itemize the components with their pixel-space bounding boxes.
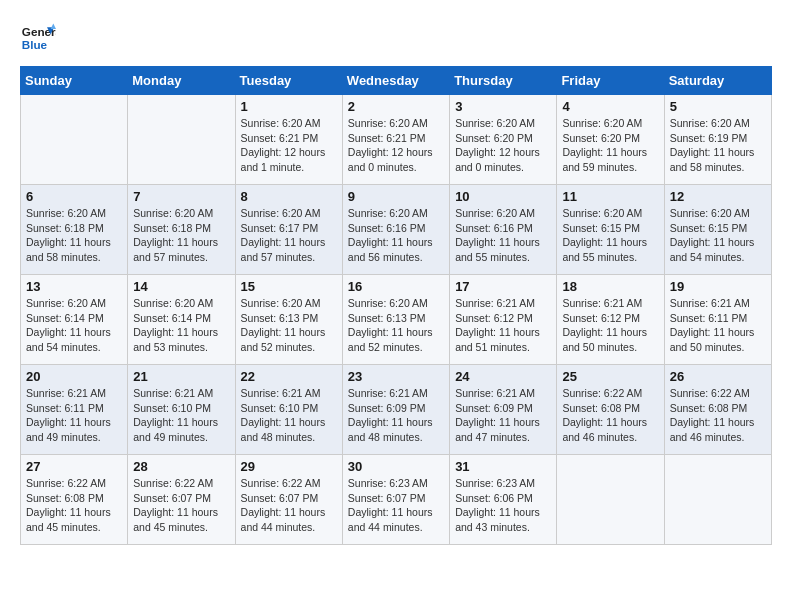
day-number: 28 — [133, 459, 229, 474]
calendar-cell — [128, 95, 235, 185]
day-number: 18 — [562, 279, 658, 294]
cell-content: Sunrise: 6:23 AM Sunset: 6:07 PM Dayligh… — [348, 476, 444, 535]
cell-content: Sunrise: 6:21 AM Sunset: 6:11 PM Dayligh… — [26, 386, 122, 445]
calendar-cell: 21Sunrise: 6:21 AM Sunset: 6:10 PM Dayli… — [128, 365, 235, 455]
day-number: 29 — [241, 459, 337, 474]
cell-content: Sunrise: 6:21 AM Sunset: 6:10 PM Dayligh… — [241, 386, 337, 445]
calendar-cell: 12Sunrise: 6:20 AM Sunset: 6:15 PM Dayli… — [664, 185, 771, 275]
calendar-cell: 9Sunrise: 6:20 AM Sunset: 6:16 PM Daylig… — [342, 185, 449, 275]
day-number: 24 — [455, 369, 551, 384]
cell-content: Sunrise: 6:20 AM Sunset: 6:14 PM Dayligh… — [26, 296, 122, 355]
calendar-cell: 5Sunrise: 6:20 AM Sunset: 6:19 PM Daylig… — [664, 95, 771, 185]
calendar-cell: 19Sunrise: 6:21 AM Sunset: 6:11 PM Dayli… — [664, 275, 771, 365]
cell-content: Sunrise: 6:20 AM Sunset: 6:18 PM Dayligh… — [133, 206, 229, 265]
calendar-cell: 23Sunrise: 6:21 AM Sunset: 6:09 PM Dayli… — [342, 365, 449, 455]
cell-content: Sunrise: 6:20 AM Sunset: 6:21 PM Dayligh… — [348, 116, 444, 175]
day-number: 4 — [562, 99, 658, 114]
header-row: SundayMondayTuesdayWednesdayThursdayFrid… — [21, 67, 772, 95]
logo-icon: General Blue — [20, 20, 56, 56]
cell-content: Sunrise: 6:20 AM Sunset: 6:19 PM Dayligh… — [670, 116, 766, 175]
calendar-cell: 24Sunrise: 6:21 AM Sunset: 6:09 PM Dayli… — [450, 365, 557, 455]
calendar-body: 1Sunrise: 6:20 AM Sunset: 6:21 PM Daylig… — [21, 95, 772, 545]
day-number: 23 — [348, 369, 444, 384]
day-number: 13 — [26, 279, 122, 294]
cell-content: Sunrise: 6:22 AM Sunset: 6:07 PM Dayligh… — [241, 476, 337, 535]
day-number: 21 — [133, 369, 229, 384]
header-cell-tuesday: Tuesday — [235, 67, 342, 95]
calendar-week-3: 20Sunrise: 6:21 AM Sunset: 6:11 PM Dayli… — [21, 365, 772, 455]
cell-content: Sunrise: 6:21 AM Sunset: 6:10 PM Dayligh… — [133, 386, 229, 445]
calendar-cell: 3Sunrise: 6:20 AM Sunset: 6:20 PM Daylig… — [450, 95, 557, 185]
day-number: 25 — [562, 369, 658, 384]
calendar-week-1: 6Sunrise: 6:20 AM Sunset: 6:18 PM Daylig… — [21, 185, 772, 275]
calendar-cell: 25Sunrise: 6:22 AM Sunset: 6:08 PM Dayli… — [557, 365, 664, 455]
cell-content: Sunrise: 6:21 AM Sunset: 6:12 PM Dayligh… — [455, 296, 551, 355]
day-number: 17 — [455, 279, 551, 294]
day-number: 16 — [348, 279, 444, 294]
calendar-cell: 16Sunrise: 6:20 AM Sunset: 6:13 PM Dayli… — [342, 275, 449, 365]
day-number: 6 — [26, 189, 122, 204]
calendar-cell — [21, 95, 128, 185]
page-header: General Blue — [20, 20, 772, 56]
cell-content: Sunrise: 6:21 AM Sunset: 6:12 PM Dayligh… — [562, 296, 658, 355]
calendar-cell: 31Sunrise: 6:23 AM Sunset: 6:06 PM Dayli… — [450, 455, 557, 545]
day-number: 2 — [348, 99, 444, 114]
cell-content: Sunrise: 6:22 AM Sunset: 6:08 PM Dayligh… — [562, 386, 658, 445]
day-number: 10 — [455, 189, 551, 204]
calendar-cell: 1Sunrise: 6:20 AM Sunset: 6:21 PM Daylig… — [235, 95, 342, 185]
cell-content: Sunrise: 6:20 AM Sunset: 6:14 PM Dayligh… — [133, 296, 229, 355]
calendar-week-4: 27Sunrise: 6:22 AM Sunset: 6:08 PM Dayli… — [21, 455, 772, 545]
calendar-cell: 8Sunrise: 6:20 AM Sunset: 6:17 PM Daylig… — [235, 185, 342, 275]
header-cell-wednesday: Wednesday — [342, 67, 449, 95]
calendar-cell: 30Sunrise: 6:23 AM Sunset: 6:07 PM Dayli… — [342, 455, 449, 545]
cell-content: Sunrise: 6:20 AM Sunset: 6:15 PM Dayligh… — [562, 206, 658, 265]
calendar-cell: 20Sunrise: 6:21 AM Sunset: 6:11 PM Dayli… — [21, 365, 128, 455]
svg-text:Blue: Blue — [22, 38, 48, 51]
calendar-cell: 22Sunrise: 6:21 AM Sunset: 6:10 PM Dayli… — [235, 365, 342, 455]
day-number: 9 — [348, 189, 444, 204]
logo: General Blue — [20, 20, 56, 56]
cell-content: Sunrise: 6:21 AM Sunset: 6:09 PM Dayligh… — [348, 386, 444, 445]
day-number: 27 — [26, 459, 122, 474]
cell-content: Sunrise: 6:21 AM Sunset: 6:11 PM Dayligh… — [670, 296, 766, 355]
calendar-cell: 26Sunrise: 6:22 AM Sunset: 6:08 PM Dayli… — [664, 365, 771, 455]
day-number: 3 — [455, 99, 551, 114]
cell-content: Sunrise: 6:20 AM Sunset: 6:16 PM Dayligh… — [455, 206, 551, 265]
day-number: 19 — [670, 279, 766, 294]
day-number: 1 — [241, 99, 337, 114]
cell-content: Sunrise: 6:20 AM Sunset: 6:18 PM Dayligh… — [26, 206, 122, 265]
day-number: 12 — [670, 189, 766, 204]
calendar-cell — [664, 455, 771, 545]
calendar-header: SundayMondayTuesdayWednesdayThursdayFrid… — [21, 67, 772, 95]
calendar-cell: 15Sunrise: 6:20 AM Sunset: 6:13 PM Dayli… — [235, 275, 342, 365]
calendar-cell: 29Sunrise: 6:22 AM Sunset: 6:07 PM Dayli… — [235, 455, 342, 545]
cell-content: Sunrise: 6:20 AM Sunset: 6:16 PM Dayligh… — [348, 206, 444, 265]
day-number: 5 — [670, 99, 766, 114]
day-number: 30 — [348, 459, 444, 474]
cell-content: Sunrise: 6:20 AM Sunset: 6:13 PM Dayligh… — [241, 296, 337, 355]
day-number: 11 — [562, 189, 658, 204]
day-number: 15 — [241, 279, 337, 294]
cell-content: Sunrise: 6:21 AM Sunset: 6:09 PM Dayligh… — [455, 386, 551, 445]
cell-content: Sunrise: 6:20 AM Sunset: 6:13 PM Dayligh… — [348, 296, 444, 355]
calendar-cell: 28Sunrise: 6:22 AM Sunset: 6:07 PM Dayli… — [128, 455, 235, 545]
calendar-cell: 11Sunrise: 6:20 AM Sunset: 6:15 PM Dayli… — [557, 185, 664, 275]
calendar-cell: 4Sunrise: 6:20 AM Sunset: 6:20 PM Daylig… — [557, 95, 664, 185]
calendar-cell: 14Sunrise: 6:20 AM Sunset: 6:14 PM Dayli… — [128, 275, 235, 365]
cell-content: Sunrise: 6:20 AM Sunset: 6:20 PM Dayligh… — [455, 116, 551, 175]
calendar-cell: 27Sunrise: 6:22 AM Sunset: 6:08 PM Dayli… — [21, 455, 128, 545]
calendar-table: SundayMondayTuesdayWednesdayThursdayFrid… — [20, 66, 772, 545]
day-number: 20 — [26, 369, 122, 384]
day-number: 8 — [241, 189, 337, 204]
header-cell-friday: Friday — [557, 67, 664, 95]
cell-content: Sunrise: 6:20 AM Sunset: 6:15 PM Dayligh… — [670, 206, 766, 265]
calendar-cell: 7Sunrise: 6:20 AM Sunset: 6:18 PM Daylig… — [128, 185, 235, 275]
header-cell-thursday: Thursday — [450, 67, 557, 95]
cell-content: Sunrise: 6:20 AM Sunset: 6:20 PM Dayligh… — [562, 116, 658, 175]
day-number: 14 — [133, 279, 229, 294]
calendar-cell: 6Sunrise: 6:20 AM Sunset: 6:18 PM Daylig… — [21, 185, 128, 275]
calendar-cell: 13Sunrise: 6:20 AM Sunset: 6:14 PM Dayli… — [21, 275, 128, 365]
day-number: 22 — [241, 369, 337, 384]
header-cell-sunday: Sunday — [21, 67, 128, 95]
calendar-cell: 10Sunrise: 6:20 AM Sunset: 6:16 PM Dayli… — [450, 185, 557, 275]
